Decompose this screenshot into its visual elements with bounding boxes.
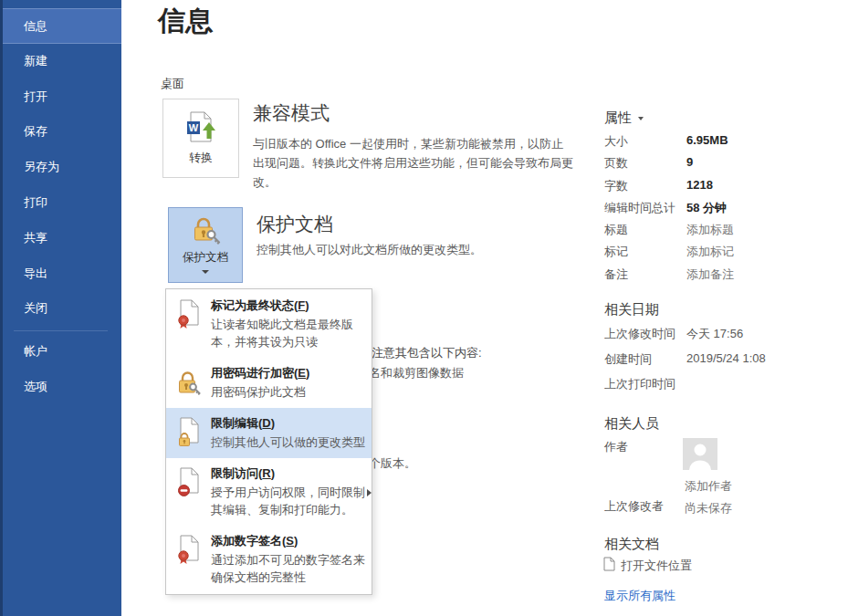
property-row-editing-time: 编辑时间总计 58 分钟 [604,200,842,222]
menu-item-description: 让读者知晓此文档是最终版本，并将其设为只读 [211,316,367,350]
add-comments-field[interactable]: 添加备注 [686,266,734,283]
open-file-location-button[interactable]: 打开文件位置 [603,557,692,575]
related-dates-rows: 上次修改时间 今天 17:56 创建时间 2019/5/24 1:08 上次打印… [604,326,842,402]
file-icon [603,557,615,575]
sidebar-item-new[interactable]: 新建 [0,44,121,79]
sidebar-item-export[interactable]: 导出 [0,256,121,292]
menu-item-title: 添加数字签名(S) [211,534,367,548]
chevron-down-icon [638,117,644,120]
document-location-label: 桌面 [161,76,184,92]
sidebar-item-options[interactable]: 选项 [0,370,121,405]
page-title: 信息 [158,3,213,40]
sidebar-item-share[interactable]: 共享 [0,221,121,256]
lock-key-icon [190,216,221,247]
property-row-pages: 页数 9 [604,155,842,177]
add-author-field[interactable]: 添加作者 [685,478,732,495]
document-no-entry-icon [177,467,201,496]
date-row-last-modified: 上次修改时间 今天 17:56 [604,326,842,351]
size-value: 6.95MB [686,133,728,147]
show-all-properties-link[interactable]: 显示所有属性 [604,588,675,604]
menu-item-title: 限制编辑(D) [211,416,367,431]
sidebar-item-account[interactable]: 帐户 [0,334,121,370]
sidebar-item-print[interactable]: 打印 [0,185,121,221]
property-row-comments: 备注 添加备注 [604,266,842,288]
menu-item-title: 用密码进行加密(E) [211,366,367,381]
convert-button[interactable]: W 转换 [162,99,239,178]
menu-item-description: 控制其他人可以做的更改类型 [211,433,367,451]
backstage-sidebar: 信息 新建 打开 保存 另存为 打印 共享 导出 关闭 帐户 选项 [0,0,121,616]
document-ribbon-icon [177,535,201,564]
chevron-down-icon [202,270,209,274]
menu-item-title: 标记为最终状态(F) [211,298,367,313]
compatibility-mode-heading: 兼容模式 [253,100,330,126]
window-edge [0,0,3,616]
protect-document-description: 控制其他人可以对此文档所做的更改类型。 [256,242,482,258]
add-title-field[interactable]: 添加标题 [686,222,734,238]
properties-rows: 大小 6.95MB 页数 9 字数 1218 编辑时间总计 58 分钟 标题 添… [604,133,842,288]
pages-value: 9 [686,155,693,169]
submenu-arrow-icon [367,489,372,496]
word-backstage-info: 信息 新建 打开 保存 另存为 打印 共享 导出 关闭 帐户 选项 信息 桌面 … [0,0,848,616]
sidebar-item-save[interactable]: 保存 [0,114,121,150]
menu-item-restrict-access[interactable]: 限制访问(R) 授予用户访问权限，同时限制其编辑、复制和打印能力。 [166,458,372,526]
sidebar-item-open[interactable]: 打开 [0,79,121,115]
lock-key-icon [177,367,201,396]
sidebar-item-save-as[interactable]: 另存为 [0,150,121,185]
menu-item-description: 用密码保护此文档 [211,383,367,401]
menu-item-mark-as-final[interactable]: 标记为最终状态(F) 让读者知晓此文档是最终版本，并将其设为只读 [166,290,372,358]
svg-text:W: W [189,122,199,133]
editing-time-value: 58 分钟 [686,200,727,216]
convert-button-label: 转换 [189,150,213,166]
menu-item-restrict-editing[interactable]: 限制编辑(D) 控制其他人可以做的更改类型 [166,408,372,458]
properties-header[interactable]: 属性 [604,110,644,127]
compatibility-mode-description: 与旧版本的 Office 一起使用时，某些新功能被禁用，以防止出现问题。转换此文… [253,134,574,192]
property-row-size: 大小 6.95MB [604,133,842,155]
inspect-document-item-fragment: 名和裁剪图像数据 [369,365,464,381]
property-row-tags: 标记 添加标记 [604,244,842,266]
author-avatar[interactable] [683,438,717,470]
date-row-last-printed: 上次打印时间 [604,376,842,402]
protect-document-button[interactable]: 保护文档 [168,207,243,283]
last-modified-value: 今天 17:56 [686,326,743,342]
manage-versions-fragment: 个版本。 [369,455,416,472]
menu-item-encrypt-with-password[interactable]: 用密码进行加密(E) 用密码保护此文档 [166,358,372,408]
menu-item-description: 授予用户访问权限，同时限制其编辑、复制和打印能力。 [211,484,367,518]
property-row-words: 字数 1218 [604,178,842,200]
protect-document-heading: 保护文档 [256,212,333,237]
author-label: 作者 [604,439,628,455]
last-modified-by-label: 上次修改者 [604,498,664,515]
document-lock-icon [177,417,201,446]
sidebar-divider [14,330,108,331]
created-value: 2019/5/24 1:08 [686,351,766,365]
date-row-created: 创建时间 2019/5/24 1:08 [604,351,842,377]
menu-item-title: 限制访问(R) [211,466,367,481]
add-tags-field[interactable]: 添加标记 [686,244,734,260]
menu-item-add-digital-signature[interactable]: 添加数字签名(S) 通过添加不可见的数字签名来确保文档的完整性 [166,526,372,593]
menu-item-description: 通过添加不可见的数字签名来确保文档的完整性 [211,551,367,586]
document-ribbon-icon [177,299,201,329]
word-convert-icon: W [183,111,218,145]
words-value: 1218 [686,178,713,192]
sidebar-item-info[interactable]: 信息 [0,8,121,44]
related-documents-heading: 相关文档 [604,536,659,553]
inspect-document-intro-fragment: 注意其包含以下内容: [372,345,482,361]
property-row-title: 标题 添加标题 [604,222,842,244]
related-dates-heading: 相关日期 [604,301,659,318]
last-modified-by-value: 尚未保存 [685,500,732,517]
protect-button-label: 保护文档 [183,250,228,266]
related-people-heading: 相关人员 [604,415,659,433]
protect-document-dropdown: 标记为最终状态(F) 让读者知晓此文档是最终版本，并将其设为只读 用密码进行加密… [165,288,372,595]
sidebar-item-close[interactable]: 关闭 [0,291,121,327]
